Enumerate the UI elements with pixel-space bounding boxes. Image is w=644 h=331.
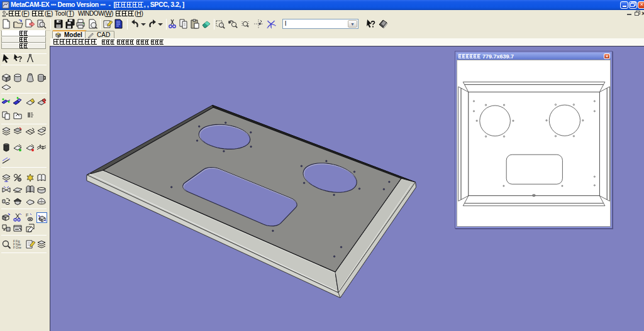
svg-text:F: F: [26, 213, 28, 217]
svg-text:F One: F One: [13, 246, 21, 249]
